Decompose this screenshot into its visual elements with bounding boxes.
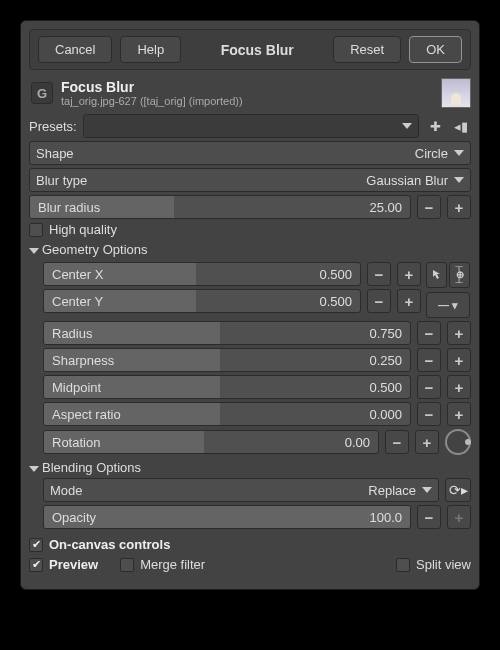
center-x-plus[interactable]: + [397,262,421,286]
radius-minus[interactable]: − [417,321,441,345]
units-button[interactable]: — ▾ [426,292,470,318]
aspect-ratio-field[interactable]: Aspect ratio0.000 [43,402,411,426]
midpoint-minus[interactable]: − [417,375,441,399]
high-quality-checkbox[interactable] [29,223,43,237]
sharpness-field[interactable]: Sharpness0.250 [43,348,411,372]
manage-presets-button[interactable]: ◂▮ [451,114,471,138]
blur-radius-label: Blur radius [30,200,369,215]
blur-type-combo[interactable]: Blur type Gaussian Blur [29,168,471,192]
cancel-button[interactable]: Cancel [38,36,112,63]
shape-label: Shape [36,146,74,161]
mode-value: Replace [368,483,416,498]
blur-radius-minus[interactable]: − [417,195,441,219]
blending-section-header[interactable]: Blending Options [29,460,471,475]
blur-type-value: Gaussian Blur [366,173,448,188]
rotation-dial[interactable] [445,429,471,455]
high-quality-label: High quality [49,222,117,237]
pick-point-button[interactable] [426,262,447,288]
split-view-checkbox[interactable] [396,558,410,572]
mode-combo[interactable]: Mode Replace [43,478,439,502]
header: G Focus Blur taj_orig.jpg-627 ([taj_orig… [31,78,471,108]
mode-label: Mode [50,483,83,498]
sharpness-minus[interactable]: − [417,348,441,372]
split-view-label: Split view [416,557,471,572]
help-button[interactable]: Help [120,36,181,63]
opacity-plus[interactable]: + [447,505,471,529]
aspect-plus[interactable]: + [447,402,471,426]
expander-down-icon [29,466,39,472]
image-thumbnail [441,78,471,108]
merge-filter-checkbox[interactable] [120,558,134,572]
preview-label: Preview [49,557,98,572]
focus-blur-dialog: Cancel Help Focus Blur Reset OK G Focus … [20,20,480,590]
sharpness-plus[interactable]: + [447,348,471,372]
blur-type-label: Blur type [36,173,87,188]
image-name: taj_orig.jpg-627 ([taj_orig] (imported)) [61,95,243,107]
center-y-minus[interactable]: − [367,289,391,313]
rotation-minus[interactable]: − [385,430,409,454]
center-x-field[interactable]: Center X0.500 [43,262,361,286]
center-x-minus[interactable]: − [367,262,391,286]
center-y-plus[interactable]: + [397,289,421,313]
chevron-down-icon [422,487,432,493]
aspect-minus[interactable]: − [417,402,441,426]
filter-name: Focus Blur [61,79,243,95]
shape-value: Circle [415,146,448,161]
blur-radius-field[interactable]: Blur radius 25.00 [29,195,411,219]
on-canvas-label: On-canvas controls [49,537,170,552]
reset-button[interactable]: Reset [333,36,401,63]
preview-checkbox[interactable]: ✔ [29,558,43,572]
center-y-field[interactable]: Center Y0.500 [43,289,361,313]
opacity-minus[interactable]: − [417,505,441,529]
opacity-field[interactable]: Opacity100.0 [43,505,411,529]
presets-label: Presets: [29,119,77,134]
rotation-plus[interactable]: + [415,430,439,454]
mode-reset-button[interactable]: ⟳▸ [445,478,471,502]
chevron-down-icon [402,123,412,129]
merge-filter-label: Merge filter [140,557,205,572]
chevron-down-icon [454,150,464,156]
add-preset-button[interactable]: ✚ [425,114,445,138]
ok-button[interactable]: OK [409,36,462,63]
coords-format-button[interactable]: ┬⊕┴ [449,262,470,288]
midpoint-field[interactable]: Midpoint0.500 [43,375,411,399]
midpoint-plus[interactable]: + [447,375,471,399]
blur-radius-plus[interactable]: + [447,195,471,219]
geometry-section-header[interactable]: Geometry Options [29,242,471,257]
on-canvas-checkbox[interactable]: ✔ [29,538,43,552]
chevron-down-icon [454,177,464,183]
radius-plus[interactable]: + [447,321,471,345]
expander-down-icon [29,248,39,254]
dialog-title: Focus Blur [189,42,325,58]
blur-radius-value: 25.00 [369,200,410,215]
shape-combo[interactable]: Shape Circle [29,141,471,165]
radius-field[interactable]: Radius0.750 [43,321,411,345]
dialog-topbar: Cancel Help Focus Blur Reset OK [29,29,471,70]
presets-row: Presets: ✚ ◂▮ [29,114,471,138]
presets-combo[interactable] [83,114,419,138]
app-logo-icon: G [31,82,53,104]
rotation-field[interactable]: Rotation0.00 [43,430,379,454]
